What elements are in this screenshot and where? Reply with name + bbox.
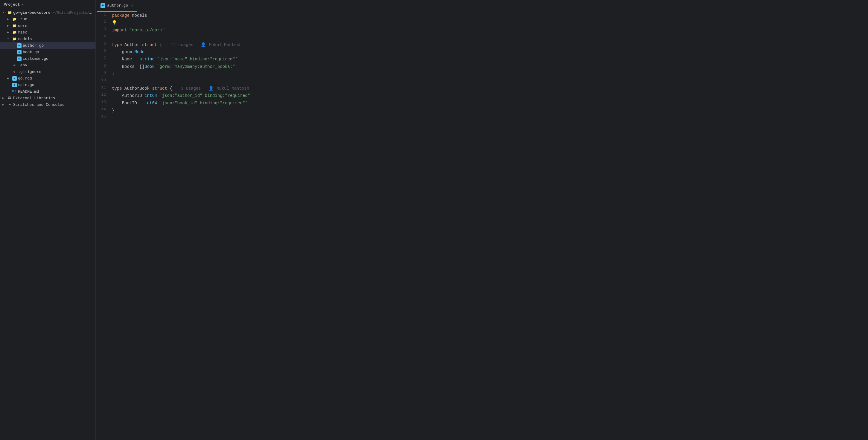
- gitignore-label: .gitignore: [18, 70, 41, 74]
- line-num-6: 6: [96, 48, 111, 56]
- line-num-13: 13: [96, 100, 111, 107]
- folder-icon-run: 📁: [12, 17, 17, 22]
- code-line-4: 4: [96, 34, 868, 41]
- code-line-8: 8 Books []Book `gorm:"many2many:author_b…: [96, 63, 868, 70]
- editor-tab-author-go[interactable]: G author.go ✕: [97, 0, 137, 12]
- models-label: models: [18, 37, 32, 41]
- readme-label: README.md: [18, 89, 39, 94]
- expand-arrow-go-mod: ▶: [7, 76, 11, 80]
- code-line-11: 11 type AuthorBook struct { 3 usages 👤 M…: [96, 85, 868, 92]
- line-content-8: Books []Book `gorm:"many2many:author_boo…: [111, 63, 868, 70]
- customer-go-label: customer.go: [23, 57, 49, 61]
- expand-arrow-scratches: ▶: [2, 103, 6, 106]
- project-title: Project: [4, 2, 20, 7]
- line-num-5: 5: [96, 41, 111, 48]
- code-line-2: 2 💡: [96, 19, 868, 26]
- code-line-6: 6 gorm.Model: [96, 48, 868, 56]
- book-go-label: book.go: [23, 50, 39, 55]
- tree-item-run[interactable]: ▶ 📁 .run: [0, 16, 95, 23]
- line-num-12: 12: [96, 92, 111, 99]
- tree-item-readme[interactable]: M↓ README.md: [0, 88, 95, 95]
- line-num-11: 11: [96, 85, 111, 92]
- scratches-label: Scratches and Consoles: [13, 103, 65, 107]
- tree-item-book-go[interactable]: G book.go: [0, 49, 95, 55]
- line-content-6: gorm.Model: [111, 48, 868, 56]
- line-num-1: 1: [96, 12, 111, 19]
- line-content-3: import "gorm.io/gorm": [111, 27, 868, 34]
- tab-close-button[interactable]: ✕: [131, 3, 133, 8]
- tree-item-env[interactable]: ≡ .env: [0, 62, 95, 68]
- line-num-10: 10: [96, 78, 111, 85]
- line-content-9: }: [111, 70, 868, 77]
- editor-area: G author.go ✕ 1 package models 2 💡: [96, 0, 868, 440]
- root-folder-label: go-gin-bookstore ~/GolandProjects/go-gin…: [13, 10, 93, 15]
- line-content-4: [111, 34, 868, 41]
- line-content-14: }: [111, 107, 868, 114]
- line-content-12: AuthorID int64 `json:"author_id" binding…: [111, 92, 868, 99]
- env-icon: ≡: [12, 63, 17, 68]
- line-num-8: 8: [96, 63, 111, 70]
- tree-item-gitignore[interactable]: ⊘ .gitignore: [0, 68, 95, 75]
- core-label: core: [18, 24, 27, 28]
- line-content-10: [111, 78, 868, 85]
- scratch-icon: ≔: [7, 102, 12, 107]
- app-container: Project ▾ ▾ 📁 go-gin-bookstore ~/GolandP…: [0, 0, 868, 440]
- line-content-13: BookID int64 `json:"book_id" binding:"re…: [111, 100, 868, 107]
- author-go-label: author.go: [23, 43, 44, 48]
- go-mod-label: go.mod: [18, 76, 32, 81]
- code-line-13: 13 BookID int64 `json:"book_id" binding:…: [96, 100, 868, 107]
- code-line-15: 15: [96, 114, 868, 121]
- tab-go-icon: G: [100, 3, 105, 8]
- tree-item-author-go[interactable]: G author.go: [0, 42, 95, 49]
- tree-item-external-libraries[interactable]: ▶ 🏛 External Libraries: [0, 95, 95, 101]
- folder-icon-root: 📁: [7, 10, 12, 15]
- folder-icon-models: 📁: [12, 36, 17, 41]
- code-line-5: 5 type Author struct { 12 usages 👤 Mukul…: [96, 41, 868, 48]
- code-line-10: 10: [96, 78, 868, 85]
- ext-lib-icon: 🏛: [7, 96, 12, 100]
- line-content-15: [111, 114, 868, 121]
- go-icon-go-mod: G: [12, 76, 17, 81]
- code-line-1: 1 package models: [96, 12, 868, 19]
- gitignore-icon: ⊘: [12, 69, 17, 74]
- go-icon-book-go: G: [17, 49, 22, 55]
- sidebar: Project ▾ ▾ 📁 go-gin-bookstore ~/GolandP…: [0, 0, 96, 440]
- line-num-15: 15: [96, 114, 111, 121]
- tree-item-go-mod[interactable]: ▶ G go.mod: [0, 75, 95, 81]
- go-icon-author-go: G: [17, 43, 22, 48]
- code-line-12: 12 AuthorID int64 `json:"author_id" bind…: [96, 92, 868, 99]
- expand-arrow-core: ▶: [7, 24, 11, 28]
- code-content: 1 package models 2 💡 3 import "gorm.io/g…: [96, 12, 868, 133]
- tree-item-scratches[interactable]: ▶ ≔ Scratches and Consoles: [0, 101, 95, 108]
- line-num-7: 7: [96, 56, 111, 63]
- line-num-3: 3: [96, 27, 111, 34]
- tree-item-customer-go[interactable]: G customer.go: [0, 55, 95, 62]
- line-num-14: 14: [96, 107, 111, 114]
- code-line-3: 3 import "gorm.io/gorm": [96, 27, 868, 34]
- project-header[interactable]: Project ▾: [0, 0, 95, 9]
- folder-icon-core: 📁: [12, 23, 17, 28]
- line-num-4: 4: [96, 34, 111, 41]
- tab-label: author.go: [107, 3, 128, 8]
- code-editor[interactable]: 1 package models 2 💡 3 import "gorm.io/g…: [96, 12, 868, 440]
- project-chevron: ▾: [22, 3, 24, 7]
- expand-arrow-ext-lib: ▶: [2, 96, 6, 100]
- tree-item-core[interactable]: ▶ 📁 core: [0, 23, 95, 29]
- expand-arrow-run: ▶: [7, 17, 11, 21]
- expand-arrow-root: ▾: [2, 11, 6, 14]
- main-go-label: main.go: [18, 83, 34, 87]
- md-icon-readme: M↓: [12, 89, 17, 94]
- tree-item-main-go[interactable]: G main.go: [0, 81, 95, 88]
- code-line-7: 7 Name string `json:"name" binding:"requ…: [96, 56, 868, 63]
- expand-arrow-models: ▾: [7, 37, 11, 41]
- line-num-9: 9: [96, 70, 111, 77]
- tree-item-models[interactable]: ▾ 📁 models: [0, 36, 95, 42]
- line-num-2: 2: [96, 19, 111, 26]
- line-content-2: 💡: [111, 19, 868, 26]
- line-content-5: type Author struct { 12 usages 👤 Mukul M…: [111, 41, 868, 48]
- folder-icon-misc: 📁: [12, 30, 17, 35]
- ext-lib-label: External Libraries: [13, 96, 55, 100]
- line-content-11: type AuthorBook struct { 3 usages 👤 Muku…: [111, 85, 868, 92]
- tree-item-misc[interactable]: ▶ 📁 misc: [0, 29, 95, 36]
- tree-item-root[interactable]: ▾ 📁 go-gin-bookstore ~/GolandProjects/go…: [0, 9, 95, 16]
